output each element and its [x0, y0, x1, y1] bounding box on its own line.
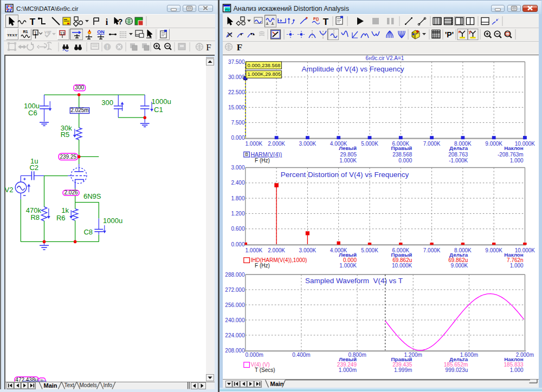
- svg-text:37.500: 37.500: [228, 59, 245, 65]
- svg-text:1000u: 1000u: [152, 97, 171, 106]
- svg-text:HARM(V(4)): HARM(V(4)): [251, 151, 282, 158]
- svg-text:1.000K: 1.000K: [246, 247, 263, 253]
- svg-text:Дельта: Дельта: [449, 145, 468, 151]
- svg-text:2.025m: 2.025m: [70, 107, 88, 113]
- svg-text:T: T: [30, 17, 36, 27]
- svg-text:9.000K: 9.000K: [451, 263, 468, 269]
- svg-text:1.000K: 1.000K: [339, 158, 357, 164]
- svg-text:0.000: 0.000: [398, 158, 412, 164]
- svg-text:Левый: Левый: [339, 356, 357, 362]
- svg-text:1.200: 1.200: [231, 211, 244, 217]
- svg-text:0.000m: 0.000m: [246, 352, 263, 358]
- svg-text:1.000: 1.000: [510, 263, 524, 269]
- svg-text:5.000K: 5.000K: [361, 247, 378, 253]
- svg-text:Левый: Левый: [339, 145, 357, 151]
- svg-text:'P': 'P': [445, 30, 454, 39]
- svg-text:0.000,238.568: 0.000,238.568: [248, 62, 281, 68]
- svg-text:208.763: 208.763: [448, 152, 468, 158]
- svg-text:C:\MC9\DATA\6н9c.cir: C:\MC9\DATA\6н9c.cir: [16, 5, 79, 12]
- svg-text:Main: Main: [270, 381, 284, 387]
- svg-text:Анализ искажений Distortion An: Анализ искажений Distortion Analysis: [234, 5, 349, 12]
- svg-text:0.600: 0.600: [231, 226, 244, 232]
- svg-text:R5: R5: [61, 130, 70, 139]
- svg-text:999.023u: 999.023u: [446, 367, 468, 373]
- svg-text:0.000: 0.000: [231, 241, 244, 247]
- svg-text:6н9c.cir V2.A=1: 6н9c.cir V2.A=1: [366, 55, 404, 61]
- svg-text:0.000: 0.000: [231, 135, 244, 141]
- svg-text:1.000m: 1.000m: [339, 367, 357, 373]
- svg-text:13: 13: [60, 31, 64, 36]
- svg-text:2.000K: 2.000K: [268, 247, 285, 253]
- svg-text:F (Hz): F (Hz): [255, 158, 270, 164]
- svg-text:10.000K: 10.000K: [392, 263, 412, 269]
- svg-text:7.762n: 7.762n: [507, 257, 524, 263]
- svg-text:F: F: [206, 42, 211, 53]
- svg-text:238.568: 238.568: [392, 152, 412, 158]
- svg-text:1.999m: 1.999m: [394, 367, 412, 373]
- svg-text:1.000K,29.805: 1.000K,29.805: [248, 71, 281, 77]
- svg-text:0.000: 0.000: [343, 257, 357, 263]
- svg-text:Main: Main: [44, 382, 57, 389]
- svg-text:V2: V2: [5, 186, 14, 194]
- svg-text:2.400: 2.400: [231, 180, 244, 186]
- svg-text:9.000K: 9.000K: [485, 247, 502, 253]
- svg-text:3.000K: 3.000K: [299, 247, 317, 253]
- svg-text:IHD(HARM(V(4)),1000): IHD(HARM(V(4)),1000): [251, 257, 307, 263]
- svg-text:15.000: 15.000: [228, 104, 245, 110]
- svg-text:R6: R6: [56, 214, 66, 222]
- svg-text:300: 300: [75, 84, 84, 90]
- svg-text:C8: C8: [83, 228, 93, 236]
- svg-text:300: 300: [101, 99, 113, 107]
- svg-text:F (Hz): F (Hz): [255, 263, 270, 269]
- svg-text:69.862u: 69.862u: [448, 257, 468, 263]
- svg-text:i: i: [106, 17, 108, 27]
- svg-text:6N9S: 6N9S: [83, 192, 101, 200]
- svg-text:R1: R1: [23, 30, 28, 34]
- svg-text:256.000: 256.000: [225, 302, 245, 308]
- svg-text:Info: Info: [104, 382, 113, 388]
- svg-text:C1: C1: [154, 106, 163, 114]
- svg-text:3.000K: 3.000K: [299, 141, 317, 147]
- svg-text:Наклон: Наклон: [504, 145, 524, 151]
- svg-text:2.026: 2.026: [64, 190, 78, 195]
- svg-text:29.805: 29.805: [340, 152, 357, 158]
- svg-text:1000u: 1000u: [103, 217, 122, 225]
- svg-text:1.800: 1.800: [231, 195, 244, 201]
- svg-text:!: !: [106, 44, 108, 50]
- svg-text:Наклон: Наклон: [504, 356, 524, 362]
- svg-text:9.000K: 9.000K: [485, 141, 502, 147]
- svg-text:Percent Distortion of V(4) vs: Percent Distortion of V(4) vs Frequency: [281, 171, 409, 179]
- svg-text:224.000: 224.000: [225, 332, 245, 338]
- svg-text:F: F: [237, 42, 242, 53]
- svg-text:3.000: 3.000: [231, 165, 244, 171]
- svg-text:T: T: [323, 17, 329, 27]
- svg-text:1.000: 1.000: [510, 158, 524, 164]
- svg-text:VIP: VIP: [44, 30, 52, 35]
- svg-text:69.862u: 69.862u: [392, 257, 412, 263]
- svg-text:1.000: 1.000: [510, 367, 524, 373]
- svg-text:F(): F(): [313, 16, 319, 21]
- svg-text:?: ?: [118, 17, 123, 26]
- svg-text:22.500: 22.500: [228, 89, 245, 95]
- svg-text:2.000K: 2.000K: [268, 141, 285, 147]
- svg-text:208.000: 208.000: [225, 348, 245, 354]
- svg-text:472.438u: 472.438u: [15, 377, 38, 383]
- svg-text:x: x: [458, 29, 461, 34]
- svg-text:272.000: 272.000: [225, 287, 245, 293]
- svg-text:TEXT: TEXT: [7, 33, 17, 37]
- svg-text:1.000K: 1.000K: [246, 141, 263, 147]
- svg-text:Amplitude of V(4) vs Frequency: Amplitude of V(4) vs Frequency: [301, 65, 404, 73]
- svg-text:7.000K: 7.000K: [423, 141, 441, 147]
- svg-text:Text: Text: [64, 382, 75, 388]
- svg-text:7.500: 7.500: [231, 120, 244, 126]
- svg-text:1.000K: 1.000K: [339, 263, 357, 269]
- svg-text:B: B: [245, 152, 248, 157]
- svg-text:30.000: 30.000: [228, 74, 245, 80]
- svg-text:Правый: Правый: [391, 145, 412, 151]
- svg-text:T (Secs): T (Secs): [255, 367, 275, 373]
- svg-text:5.000K: 5.000K: [361, 141, 378, 147]
- svg-text:Дельта: Дельта: [449, 356, 468, 362]
- svg-text:7.000K: 7.000K: [423, 247, 441, 253]
- svg-text:Models: Models: [80, 382, 97, 388]
- svg-text:1: 1: [34, 30, 37, 36]
